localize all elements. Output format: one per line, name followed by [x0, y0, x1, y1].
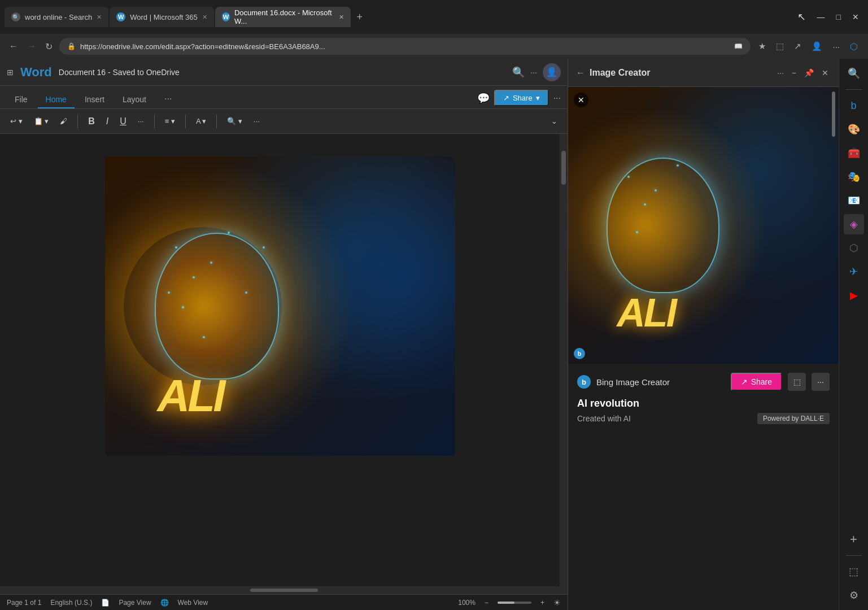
panel-scrollbar-track[interactable] — [832, 87, 836, 364]
favorites-icon[interactable]: ★ — [755, 39, 769, 54]
tab-search-close[interactable]: ✕ — [97, 14, 102, 21]
h-scrollbar-thumb[interactable] — [250, 589, 318, 592]
sidebar-puzzle-icon[interactable]: ⬡ — [844, 238, 864, 258]
avatar[interactable]: 👤 — [543, 63, 561, 81]
node-dot — [175, 246, 177, 249]
panel-footer-source-row: b Bing Image Creator ↗ Share ⬚ ··· — [577, 373, 830, 391]
panel-image: ✕ ALI b — [568, 87, 839, 364]
more-tools-button[interactable]: ··· — [250, 115, 263, 128]
tab-file[interactable]: File — [7, 91, 36, 108]
panel-glow — [573, 155, 714, 296]
tab-search[interactable]: 🔍 word online - Search ✕ — [5, 7, 108, 27]
tab-bar: 🔍 word online - Search ✕ W Word | Micros… — [5, 0, 795, 34]
ribbon-toolbar: ↩ ▾ 📋 ▾ 🖌 B I U ··· ≡ ▾ A ▾ 🔍 ▾ ··· ⌄ — [0, 108, 568, 133]
tab-word365[interactable]: W Word | Microsoft 365 ✕ — [110, 7, 213, 27]
minimize-button[interactable]: — — [817, 12, 825, 21]
app-grid-icon[interactable]: ⊞ — [7, 68, 14, 77]
highlight-button[interactable]: A ▾ — [193, 115, 210, 128]
tab-more[interactable]: ··· — [156, 90, 180, 108]
collapse-ribbon-button[interactable]: ⌄ — [548, 115, 561, 128]
zoom-plus[interactable]: + — [540, 599, 544, 607]
share-icon[interactable]: ↗ — [791, 39, 805, 54]
sidebar-separator-bottom — [846, 555, 862, 556]
comment-button[interactable]: 💬 — [477, 92, 490, 104]
panel-minimize-button[interactable]: − — [790, 66, 799, 80]
back-button[interactable]: ← — [7, 39, 20, 54]
profile-icon[interactable]: 👤 — [808, 39, 826, 54]
sidebar-settings-icon[interactable]: ⚙ — [844, 585, 864, 605]
undo-button[interactable]: ↩ ▾ — [7, 115, 26, 128]
panel-image-close-button[interactable]: ✕ — [574, 93, 588, 107]
sidebar-briefcase-icon[interactable]: 🧰 — [844, 143, 864, 163]
panel-back-button[interactable]: ← — [576, 68, 585, 78]
bing-chat-icon[interactable]: ⬡ — [847, 39, 861, 54]
node-dot — [677, 164, 679, 167]
panel-share-button[interactable]: ↗ Share — [731, 373, 782, 391]
zoom-minus[interactable]: − — [485, 599, 488, 607]
forward-button[interactable]: → — [25, 39, 38, 54]
search-title-button[interactable]: 🔍 — [512, 66, 525, 79]
more-format-button[interactable]: ··· — [134, 115, 147, 128]
ai-text-overlay: ALI — [158, 370, 224, 422]
canvas-scrollbar[interactable] — [560, 134, 568, 586]
sidebar-profile-icon[interactable]: 🎭 — [844, 167, 864, 187]
format-painter-button[interactable]: 🖌 — [56, 115, 71, 128]
panel-scrollbar-thumb[interactable] — [832, 91, 835, 137]
panel-more-button[interactable]: ··· — [812, 373, 830, 391]
panel-close-button[interactable]: ✕ — [819, 66, 831, 80]
more-title-button[interactable]: ··· — [530, 68, 537, 77]
panel-image-container: ✕ ALI b — [568, 87, 839, 610]
horizontal-scrollbar[interactable] — [0, 586, 568, 594]
page-view-label[interactable]: Page View — [119, 599, 151, 607]
address-bar[interactable]: 🔒 https://onedrive.live.com/edit.aspx?ac… — [59, 38, 751, 55]
panel-options-button[interactable]: ··· — [775, 66, 786, 80]
cursor-icon: ↖ — [797, 11, 806, 23]
word-title-actions: 🔍 ··· 👤 — [512, 63, 561, 81]
right-sidebar: 🔍 b 🎨 🧰 🎭 📧 ◈ ⬡ ✈ ▶ + ⬚ ⚙ — [839, 59, 868, 610]
panel-title: Image Creator — [590, 68, 770, 78]
sidebar-add-icon[interactable]: + — [844, 529, 864, 550]
sidebar-search-icon[interactable]: 🔍 — [844, 63, 864, 84]
zoom-slider[interactable] — [498, 602, 531, 604]
tab-insert[interactable]: Insert — [77, 91, 112, 108]
sidebar-bing-icon[interactable]: b — [844, 95, 864, 116]
scrollbar-thumb[interactable] — [561, 151, 566, 185]
close-window-button[interactable]: ✕ — [852, 12, 859, 21]
zoom-level: 100% — [458, 599, 476, 607]
node-dot — [182, 306, 184, 308]
sidebar-paint-icon[interactable]: 🎨 — [844, 119, 864, 140]
web-view-label[interactable]: Web View — [178, 599, 208, 607]
italic-button[interactable]: I — [103, 114, 112, 129]
tab-word365-close[interactable]: ✕ — [202, 14, 207, 21]
underline-button[interactable]: U — [116, 114, 130, 129]
brightness-icon[interactable]: ☀ — [553, 598, 561, 607]
refresh-button[interactable]: ↻ — [43, 39, 55, 54]
ribbon-more-button[interactable]: ··· — [553, 93, 561, 103]
settings-icon[interactable]: ··· — [829, 40, 843, 54]
sidebar-send-icon[interactable]: ✈ — [844, 262, 864, 282]
tab-layout[interactable]: Layout — [115, 91, 154, 108]
panel-copy-button[interactable]: ⬚ — [788, 373, 806, 391]
sidebar-active-icon[interactable]: ◈ — [844, 214, 864, 234]
word-logo: Word — [20, 65, 52, 80]
bold-button[interactable]: B — [85, 114, 98, 129]
maximize-button[interactable]: □ — [836, 12, 841, 21]
align-button[interactable]: ≡ ▾ — [162, 115, 178, 128]
collections-icon[interactable]: ⬚ — [773, 39, 787, 54]
tab-document[interactable]: W Document 16.docx - Microsoft W... ✕ — [215, 7, 351, 27]
panel-pin-button[interactable]: 📌 — [802, 66, 816, 80]
tab-home[interactable]: Home — [38, 91, 75, 108]
sidebar-outlook-icon[interactable]: 📧 — [844, 190, 864, 211]
word-canvas[interactable]: ALI — [0, 134, 560, 586]
paste-button[interactable]: 📋 ▾ — [30, 115, 53, 128]
address-text: https://onedrive.live.com/edit.aspx?acti… — [80, 42, 730, 51]
language-indicator: English (U.S.) — [50, 599, 92, 607]
sidebar-youtube-icon[interactable]: ▶ — [844, 285, 864, 306]
share-button[interactable]: ↗ Share ▾ — [494, 90, 549, 106]
new-tab-button[interactable]: + — [352, 9, 368, 25]
tab-document-close[interactable]: ✕ — [339, 14, 344, 21]
toolbar-separator-2 — [154, 115, 155, 128]
doc-image: ALI — [105, 156, 455, 456]
sidebar-table-view-icon[interactable]: ⬚ — [844, 561, 864, 582]
find-button[interactable]: 🔍 ▾ — [224, 115, 246, 128]
